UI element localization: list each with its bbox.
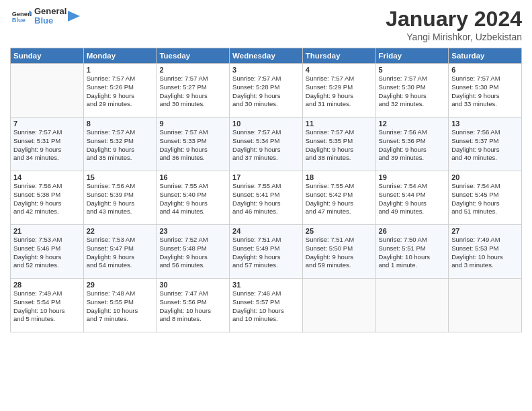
daylight-text-line1: Daylight: 9 hours xyxy=(232,253,300,262)
calendar-cell: 21Sunrise: 7:53 AMSunset: 5:46 PMDayligh… xyxy=(11,225,84,279)
daylight-text-line1: Daylight: 9 hours xyxy=(379,199,446,208)
day-number: 9 xyxy=(159,120,226,128)
daylight-text-line1: Daylight: 9 hours xyxy=(87,146,154,154)
calendar-cell: 2Sunrise: 7:57 AMSunset: 5:27 PMDaylight… xyxy=(157,64,230,118)
day-number: 22 xyxy=(87,227,154,235)
sunrise-text: Sunrise: 7:54 AM xyxy=(451,182,519,191)
daylight-text-line1: Daylight: 9 hours xyxy=(306,146,373,154)
sunrise-text: Sunrise: 7:49 AM xyxy=(451,236,519,244)
daylight-text-line2: and 44 minutes. xyxy=(159,208,226,216)
calendar-cell xyxy=(11,64,84,118)
daylight-text-line1: Daylight: 9 hours xyxy=(451,146,519,154)
col-friday: Friday xyxy=(375,48,449,64)
col-tuesday: Tuesday xyxy=(157,48,230,64)
sunrise-text: Sunrise: 7:57 AM xyxy=(306,128,373,137)
calendar-cell xyxy=(302,279,375,332)
calendar-cell: 6Sunrise: 7:57 AMSunset: 5:30 PMDaylight… xyxy=(449,64,522,118)
calendar-cell: 30Sunrise: 7:47 AMSunset: 5:56 PMDayligh… xyxy=(157,279,230,332)
daylight-text-line2: and 54 minutes. xyxy=(87,261,154,270)
sunrise-text: Sunrise: 7:47 AM xyxy=(159,289,226,298)
daylight-text-line2: and 40 minutes. xyxy=(451,154,519,163)
calendar-cell: 27Sunrise: 7:49 AMSunset: 5:53 PMDayligh… xyxy=(449,225,522,279)
logo-arrow-icon xyxy=(68,7,80,26)
daylight-text-line1: Daylight: 9 hours xyxy=(87,253,154,262)
day-number: 3 xyxy=(232,66,300,74)
col-monday: Monday xyxy=(83,48,157,64)
daylight-text-line1: Daylight: 10 hours xyxy=(232,307,300,316)
day-number: 11 xyxy=(306,120,373,128)
daylight-text-line1: Daylight: 9 hours xyxy=(379,92,446,101)
sunrise-text: Sunrise: 7:53 AM xyxy=(13,236,81,244)
day-number: 19 xyxy=(379,173,446,181)
daylight-text-line1: Daylight: 9 hours xyxy=(232,146,300,154)
daylight-text-line2: and 5 minutes. xyxy=(13,315,81,324)
daylight-text-line1: Daylight: 9 hours xyxy=(159,146,226,154)
col-thursday: Thursday xyxy=(302,48,375,64)
sunrise-text: Sunrise: 7:57 AM xyxy=(306,75,373,83)
sunset-text: Sunset: 5:32 PM xyxy=(87,137,154,146)
title-block: January 2024 Yangi Mirishkor, Uzbekistan xyxy=(386,7,522,42)
calendar-cell: 24Sunrise: 7:51 AMSunset: 5:49 PMDayligh… xyxy=(230,225,303,279)
day-number: 1 xyxy=(87,66,154,74)
sunrise-text: Sunrise: 7:56 AM xyxy=(87,182,154,191)
calendar-cell: 12Sunrise: 7:56 AMSunset: 5:36 PMDayligh… xyxy=(375,118,449,171)
sunset-text: Sunset: 5:29 PM xyxy=(306,83,373,92)
sunset-text: Sunset: 5:42 PM xyxy=(306,191,373,199)
daylight-text-line2: and 36 minutes. xyxy=(159,154,226,163)
daylight-text-line2: and 8 minutes. xyxy=(159,315,226,324)
calendar-header-row: Sunday Monday Tuesday Wednesday Thursday… xyxy=(11,48,522,64)
calendar-cell: 18Sunrise: 7:55 AMSunset: 5:42 PMDayligh… xyxy=(302,171,375,225)
daylight-text-line1: Daylight: 10 hours xyxy=(13,307,81,316)
sunrise-text: Sunrise: 7:56 AM xyxy=(13,182,81,191)
daylight-text-line2: and 3 minutes. xyxy=(451,261,519,270)
day-number: 12 xyxy=(379,120,446,128)
calendar-cell: 17Sunrise: 7:55 AMSunset: 5:41 PMDayligh… xyxy=(230,171,303,225)
daylight-text-line2: and 30 minutes. xyxy=(232,100,300,109)
sunset-text: Sunset: 5:45 PM xyxy=(451,191,519,199)
sunset-text: Sunset: 5:33 PM xyxy=(159,137,226,146)
day-number: 6 xyxy=(451,66,519,74)
logo: General Blue General Blue xyxy=(10,7,80,26)
sunset-text: Sunset: 5:34 PM xyxy=(232,137,300,146)
daylight-text-line2: and 42 minutes. xyxy=(13,208,81,216)
sunrise-text: Sunrise: 7:55 AM xyxy=(159,182,226,191)
calendar-week-row: 21Sunrise: 7:53 AMSunset: 5:46 PMDayligh… xyxy=(11,225,522,279)
daylight-text-line2: and 39 minutes. xyxy=(379,154,446,163)
sunset-text: Sunset: 5:31 PM xyxy=(13,137,81,146)
calendar-week-row: 7Sunrise: 7:57 AMSunset: 5:31 PMDaylight… xyxy=(11,118,522,171)
daylight-text-line1: Daylight: 9 hours xyxy=(379,146,446,154)
daylight-text-line2: and 56 minutes. xyxy=(159,261,226,270)
calendar-cell: 26Sunrise: 7:50 AMSunset: 5:51 PMDayligh… xyxy=(375,225,449,279)
day-number: 4 xyxy=(306,66,373,74)
sunrise-text: Sunrise: 7:52 AM xyxy=(159,236,226,244)
calendar-cell: 1Sunrise: 7:57 AMSunset: 5:26 PMDaylight… xyxy=(83,64,157,118)
sunrise-text: Sunrise: 7:51 AM xyxy=(232,236,300,244)
sunset-text: Sunset: 5:44 PM xyxy=(379,191,446,199)
sunset-text: Sunset: 5:28 PM xyxy=(232,83,300,92)
sunset-text: Sunset: 5:36 PM xyxy=(379,137,446,146)
calendar-cell: 11Sunrise: 7:57 AMSunset: 5:35 PMDayligh… xyxy=(302,118,375,171)
sunrise-text: Sunrise: 7:55 AM xyxy=(306,182,373,191)
daylight-text-line2: and 52 minutes. xyxy=(13,261,81,270)
sunrise-text: Sunrise: 7:57 AM xyxy=(87,128,154,137)
sunset-text: Sunset: 5:35 PM xyxy=(306,137,373,146)
sunset-text: Sunset: 5:51 PM xyxy=(379,244,446,253)
day-number: 2 xyxy=(159,66,226,74)
sunrise-text: Sunrise: 7:57 AM xyxy=(13,128,81,137)
daylight-text-line2: and 1 minute. xyxy=(379,261,446,270)
sunset-text: Sunset: 5:27 PM xyxy=(159,83,226,92)
daylight-text-line1: Daylight: 9 hours xyxy=(232,92,300,101)
day-number: 26 xyxy=(379,227,446,235)
sunset-text: Sunset: 5:54 PM xyxy=(13,298,81,307)
month-title: January 2024 xyxy=(386,7,522,32)
daylight-text-line1: Daylight: 9 hours xyxy=(159,253,226,262)
daylight-text-line1: Daylight: 9 hours xyxy=(306,199,373,208)
sunset-text: Sunset: 5:55 PM xyxy=(87,298,154,307)
calendar-week-row: 1Sunrise: 7:57 AMSunset: 5:26 PMDaylight… xyxy=(11,64,522,118)
calendar-cell: 23Sunrise: 7:52 AMSunset: 5:48 PMDayligh… xyxy=(157,225,230,279)
day-number: 24 xyxy=(232,227,300,235)
daylight-text-line1: Daylight: 10 hours xyxy=(379,253,446,262)
sunset-text: Sunset: 5:41 PM xyxy=(232,191,300,199)
daylight-text-line2: and 35 minutes. xyxy=(87,154,154,163)
sunset-text: Sunset: 5:40 PM xyxy=(159,191,226,199)
